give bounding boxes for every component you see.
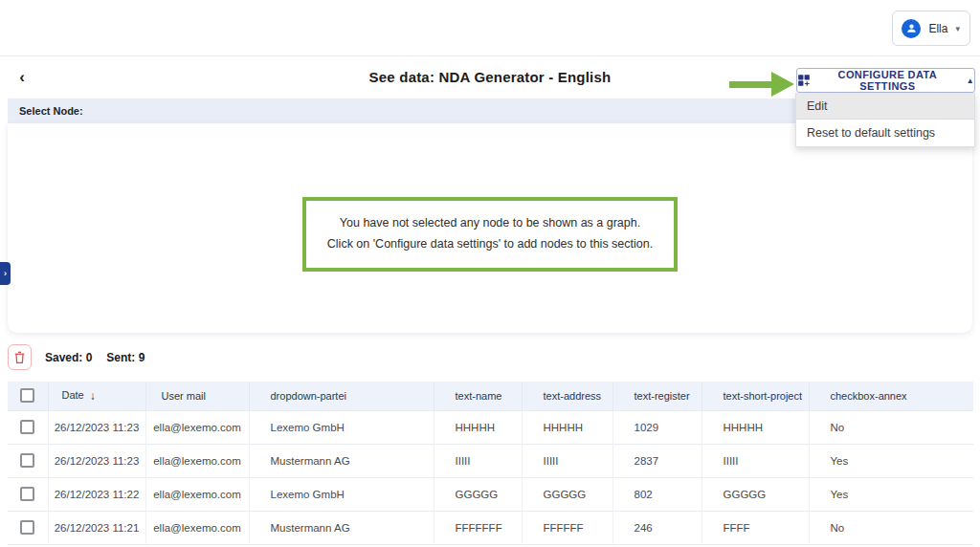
cell-date: 26/12/2023 11:23 <box>48 444 145 477</box>
chevron-up-icon: ▲ <box>967 77 974 85</box>
user-name-label: Ella <box>928 22 947 35</box>
sidebar-expand-toggle[interactable]: › <box>0 262 11 285</box>
column-header-text-address: text-address <box>522 382 612 410</box>
cell-user-mail: ella@lexemo.com <box>145 511 249 544</box>
cell-dropdown-partei: Mustermann AG <box>249 444 434 477</box>
cell-text-register: 2837 <box>612 444 702 477</box>
menu-item-reset[interactable]: Reset to default settings <box>796 120 974 146</box>
table-header-row: Date↓ User mail dropdown-partei text-nam… <box>8 382 973 410</box>
cell-text-name: HHHHH <box>434 410 522 444</box>
column-header-date[interactable]: Date↓ <box>48 382 145 410</box>
column-header-text-short-project: text-short-project <box>702 382 809 410</box>
cell-text-short-project: IIIII <box>702 444 809 477</box>
cell-checkbox-annex: No <box>809 511 973 544</box>
table-toolbar: Saved: 0 Sent: 9 <box>0 333 980 382</box>
data-table: Date↓ User mail dropdown-partei text-nam… <box>8 382 973 547</box>
header-select-all <box>8 382 48 410</box>
cell-dropdown-partei: Lexemo GmbH <box>249 477 434 511</box>
column-header-dropdown-partei: dropdown-partei <box>249 382 434 410</box>
cell-user-mail: ella@lexemo.com <box>145 444 249 477</box>
cell-checkbox-annex: No <box>809 410 973 444</box>
chevron-down-icon: ▾ <box>955 24 960 33</box>
cell-text-address: HHHHH <box>522 410 612 444</box>
cell-dropdown-partei: Mustermann AG <box>249 511 434 544</box>
table-row[interactable]: 26/12/2023 11:23 ella@lexemo.com Musterm… <box>8 444 973 477</box>
cell-text-address: IIIII <box>522 444 612 477</box>
user-avatar-icon <box>902 19 921 38</box>
empty-graph-message-line2: Click on 'Configure data settings' to ad… <box>327 234 653 255</box>
top-navbar: Ella ▾ <box>0 0 980 56</box>
cell-text-short-project: HHHHH <box>702 410 809 444</box>
cell-date: 26/12/2023 11:23 <box>48 410 145 444</box>
cell-text-address: FFFFFF <box>522 511 612 544</box>
dashboard-customize-icon <box>797 74 811 87</box>
column-header-text-name: text-name <box>434 382 522 410</box>
select-node-label: Select Node: <box>19 105 83 117</box>
trash-icon <box>13 351 26 364</box>
cell-text-short-project: GGGGG <box>702 477 809 511</box>
graph-panel: You have not selected any node to be sho… <box>8 123 972 333</box>
configure-data-settings-button[interactable]: CONFIGURE DATA SETTINGS ▲ <box>796 68 975 93</box>
cell-text-name: IIIII <box>434 444 522 477</box>
empty-graph-message-box: You have not selected any node to be sho… <box>302 197 678 272</box>
cell-user-mail: ella@lexemo.com <box>145 477 249 511</box>
row-checkbox[interactable] <box>20 487 34 501</box>
table-row[interactable]: 26/12/2023 11:21 ella@lexemo.com Musterm… <box>8 511 973 544</box>
row-checkbox[interactable] <box>20 520 34 535</box>
row-checkbox[interactable] <box>20 453 34 468</box>
cell-text-register: 802 <box>612 477 702 511</box>
cell-date: 26/12/2023 11:22 <box>48 477 145 511</box>
annotation-arrow-icon <box>729 72 794 97</box>
cell-text-name: GGGGG <box>434 477 522 511</box>
cell-text-register: 1029 <box>612 410 702 444</box>
table-row[interactable]: 26/12/2023 11:23 ella@lexemo.com Lexemo … <box>8 410 973 444</box>
sort-desc-icon: ↓ <box>90 389 96 403</box>
cell-text-short-project: FFFF <box>702 511 809 544</box>
cell-checkbox-annex: Yes <box>809 477 973 511</box>
empty-graph-message-line1: You have not selected any node to be sho… <box>340 213 640 234</box>
delete-button[interactable] <box>8 344 32 370</box>
cell-text-name: FFFFFFF <box>434 511 522 544</box>
user-menu-button[interactable]: Ella ▾ <box>892 11 970 46</box>
menu-item-edit[interactable]: Edit <box>796 93 974 120</box>
column-header-text-register: text-register <box>612 382 702 410</box>
configure-settings-menu: Edit Reset to default settings <box>795 93 975 147</box>
configure-button-label: CONFIGURE DATA SETTINGS <box>817 69 958 92</box>
cell-dropdown-partei: Lexemo GmbH <box>249 410 434 444</box>
cell-text-address: GGGGG <box>522 477 612 511</box>
column-header-checkbox-annex: checkbox-annex <box>809 382 973 410</box>
table-row[interactable]: 26/12/2023 11:22 ella@lexemo.com Lexemo … <box>8 477 973 511</box>
cell-user-mail: ella@lexemo.com <box>145 410 249 444</box>
saved-count-label: Saved: 0 <box>45 351 92 364</box>
select-all-checkbox[interactable] <box>20 388 34 403</box>
row-checkbox[interactable] <box>20 420 34 434</box>
sent-count-label: Sent: 9 <box>106 351 145 364</box>
cell-text-register: 246 <box>612 511 702 544</box>
cell-checkbox-annex: Yes <box>809 444 973 477</box>
column-header-user-mail: User mail <box>145 382 249 410</box>
cell-date: 26/12/2023 11:21 <box>48 511 145 544</box>
